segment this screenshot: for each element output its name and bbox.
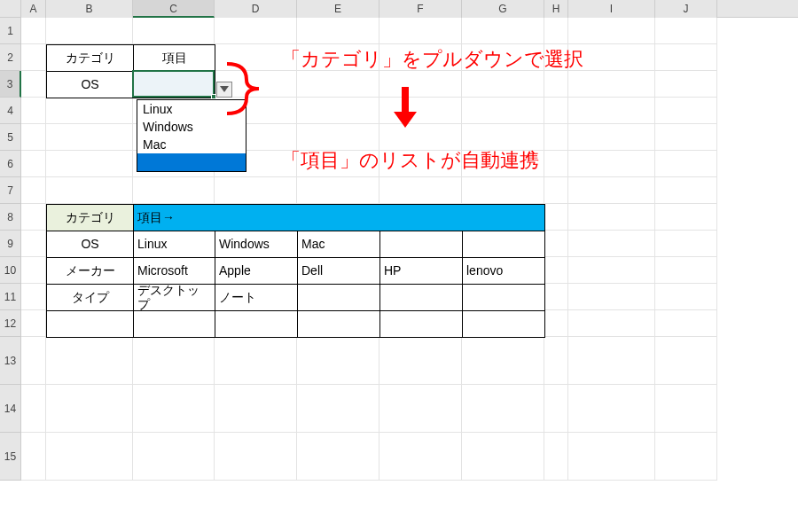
row-header-3[interactable]: 3 [0,71,21,98]
column-header-row: ABCDEFGHIJ [0,0,798,18]
row-header-14[interactable]: 14 [0,385,21,433]
row-header-2[interactable]: 2 [0,44,21,71]
row-header-5[interactable]: 5 [0,124,21,151]
row-header-1[interactable]: 1 [0,18,21,44]
col-header-H[interactable]: H [544,0,568,18]
row-header-10[interactable]: 10 [0,257,21,284]
col-header-D[interactable]: D [215,0,297,18]
row-header-12[interactable]: 12 [0,310,21,337]
col-header-J[interactable]: J [655,0,717,18]
col-header-F[interactable]: F [379,0,462,18]
row-header-15[interactable]: 15 [0,433,21,481]
row-header-6[interactable]: 6 [0,151,21,177]
svg-rect-0 [402,87,409,113]
select-all-corner[interactable] [0,0,21,18]
annotation-arrow-down-icon [394,87,417,130]
col-header-I[interactable]: I [568,0,655,18]
row-header-7[interactable]: 7 [0,177,21,204]
row-header-13[interactable]: 13 [0,337,21,385]
row-header-11[interactable]: 11 [0,284,21,310]
col-header-E[interactable]: E [297,0,379,18]
annotation-line-1: 「カテゴリ」をプルダウンで選択 [281,46,583,73]
annotation-line-2: 「項目」のリストが自動連携 [281,147,539,174]
row-header-8[interactable]: 8 [0,204,21,231]
col-header-A[interactable]: A [21,0,46,18]
row-header-9[interactable]: 9 [0,231,21,257]
col-header-G[interactable]: G [462,0,544,18]
col-header-C[interactable]: C [133,0,215,18]
col-header-B[interactable]: B [46,0,133,18]
row-header-4[interactable]: 4 [0,98,21,124]
